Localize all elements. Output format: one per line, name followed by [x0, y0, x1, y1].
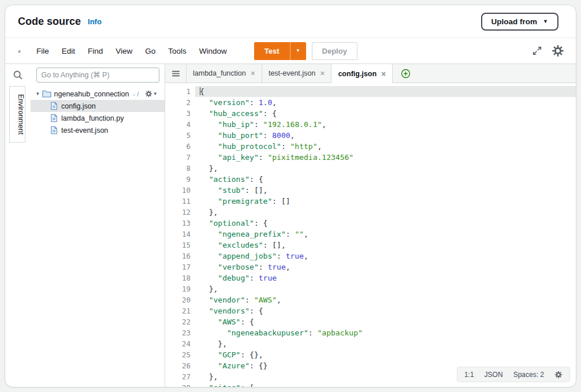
tree-file-lambda_function.py[interactable]: lambda_function.py [31, 112, 165, 124]
code-line[interactable]: 3 "hub_access": { [165, 108, 576, 119]
tree-folder-row[interactable]: ▾ ngeneahub_connection - / ▾ [31, 88, 165, 100]
menu-item-tools[interactable]: Tools [162, 43, 193, 59]
tab-list-icon[interactable] [165, 64, 187, 83]
close-icon[interactable]: × [381, 70, 386, 78]
search-icon[interactable] [13, 70, 23, 83]
code-line[interactable]: 24 }, [165, 338, 576, 349]
menu-item-window[interactable]: Window [193, 43, 233, 59]
environment-tab[interactable]: Environment [9, 86, 25, 143]
menubar-right-icons [532, 44, 564, 57]
language-mode[interactable]: JSON [485, 371, 503, 379]
code-line[interactable]: 15 "excludes": [], [165, 240, 576, 251]
code-text[interactable]: }, [195, 163, 576, 174]
code-line[interactable]: 6 "hub_protocol": "http", [165, 141, 576, 152]
code-text[interactable]: "premigrate": [] [195, 196, 576, 207]
test-button-label[interactable]: Test [254, 42, 290, 60]
tree-file-test-event.json[interactable]: test-event.json [31, 124, 165, 136]
code-text[interactable]: "version": 1.0, [195, 97, 576, 108]
code-line[interactable]: 5 "hub_port": 8000, [165, 130, 576, 141]
code-text[interactable]: }, [195, 338, 576, 349]
code-text[interactable]: "optional": { [195, 218, 576, 229]
code-line[interactable]: 14 "ngenea_prefix": "", [165, 229, 576, 240]
line-number: 18 [165, 272, 195, 283]
code-line[interactable]: 20 "vendor": "AWS", [165, 294, 576, 305]
code-line[interactable]: 22 "AWS": { [165, 316, 576, 327]
fullscreen-icon[interactable] [532, 46, 542, 56]
menu-item-view[interactable]: View [109, 43, 139, 59]
code-text[interactable]: "debug": true [195, 272, 576, 283]
code-text[interactable]: "actions": { [195, 174, 576, 185]
upload-from-button[interactable]: Upload from ▼ [481, 13, 558, 31]
code-text[interactable]: "hub_protocol": "http", [195, 141, 576, 152]
line-number: 22 [165, 316, 195, 327]
code-text[interactable]: "AWS": { [195, 316, 576, 327]
code-line[interactable]: 13 "optional": { [165, 218, 576, 229]
editor-statusbar: 1:1 JSON Spaces: 2 [457, 367, 570, 382]
tree-file-config.json[interactable]: config.json [31, 100, 165, 112]
settings-gear-icon[interactable] [552, 44, 564, 57]
code-line[interactable]: 17 "verbose": true, [165, 262, 576, 272]
code-line[interactable]: 1{ [165, 86, 576, 97]
editor-tab-config.json[interactable]: config.json× [332, 64, 393, 83]
code-line[interactable]: 23 "ngeneabackupuser": "apbackup" [165, 327, 576, 338]
code-line[interactable]: 2 "version": 1.0, [165, 97, 576, 108]
code-line[interactable]: 21 "vendors": { [165, 305, 576, 316]
goto-anything-input[interactable] [36, 68, 159, 83]
code-line[interactable]: 18 "debug": true [165, 272, 576, 283]
code-text[interactable]: "excludes": [], [195, 240, 576, 251]
new-tab-button[interactable] [401, 64, 411, 83]
deploy-button[interactable]: Deploy [312, 42, 357, 60]
code-text[interactable]: "hub_ip": "192.168.0.1", [195, 119, 576, 130]
editor-tab-test-event.json[interactable]: test-event.json× [262, 64, 332, 83]
code-line[interactable]: 9 "actions": { [165, 174, 576, 185]
code-text[interactable]: "vendors": { [195, 305, 576, 316]
info-link[interactable]: Info [88, 17, 102, 26]
chevron-down-icon: ▾ [36, 91, 39, 96]
code-text[interactable]: "hub_access": { [195, 108, 576, 119]
code-text[interactable]: "ngenea_prefix": "", [195, 229, 576, 240]
editor-settings-gear-icon[interactable] [554, 371, 563, 379]
code-text[interactable]: "vendor": "AWS", [195, 294, 576, 305]
folder-settings-button[interactable]: ▾ [145, 90, 157, 98]
code-text[interactable]: "GCP": {}, [195, 349, 576, 360]
panel-header: Code source Info Upload from ▼ [5, 5, 576, 38]
code-line[interactable]: 7 "api_key": "pixitmedia.123456" [165, 152, 576, 163]
code-text[interactable]: { [195, 86, 576, 97]
close-icon[interactable]: × [251, 69, 255, 77]
code-text[interactable]: "verbose": true, [195, 262, 576, 272]
code-editor[interactable]: 1{2 "version": 1.0,3 "hub_access": {4 "h… [165, 83, 576, 387]
code-text[interactable]: "append_jobs": true, [195, 251, 576, 262]
menu-item-file[interactable]: File [30, 43, 55, 59]
code-text[interactable]: }, [195, 207, 576, 218]
code-line[interactable]: 19 }, [165, 283, 576, 294]
collapse-pane-icon[interactable]: ▲ [17, 48, 22, 54]
close-icon[interactable]: × [320, 69, 325, 77]
code-text[interactable]: "api_key": "pixitmedia.123456" [195, 152, 576, 163]
cursor-position[interactable]: 1:1 [464, 371, 474, 379]
editor-tabbar: lambda_function×test-event.json×config.j… [165, 64, 576, 83]
code-line[interactable]: 16 "append_jobs": true, [165, 251, 576, 262]
code-line[interactable]: 8 }, [165, 163, 576, 174]
code-text[interactable]: "stub": [], [195, 185, 576, 196]
test-dropdown-button[interactable]: ▼ [290, 42, 306, 60]
menu-item-edit[interactable]: Edit [55, 43, 81, 59]
code-line[interactable]: 12 }, [165, 207, 576, 218]
file-icon [50, 126, 58, 135]
code-text[interactable]: "hub_port": 8000, [195, 130, 576, 141]
code-line[interactable]: 25 "GCP": {}, [165, 349, 576, 360]
code-line[interactable]: 11 "premigrate": [] [165, 196, 576, 207]
code-text[interactable]: "ngeneabackupuser": "apbackup" [195, 327, 576, 338]
tab-label: test-event.json [269, 69, 315, 77]
indentation-setting[interactable]: Spaces: 2 [513, 371, 544, 379]
code-text[interactable]: "sites": [ [195, 382, 576, 387]
editor-tab-lambda_function[interactable]: lambda_function× [187, 64, 262, 83]
menu-item-go[interactable]: Go [139, 43, 162, 59]
tab-label: config.json [338, 70, 377, 78]
code-text[interactable]: }, [195, 283, 576, 294]
editor-menubar: ▲ FileEditFindViewGoToolsWindow Test ▼ D… [5, 38, 576, 64]
code-line[interactable]: 10 "stub": [], [165, 185, 576, 196]
code-line[interactable]: 28 "sites": [ [165, 382, 576, 387]
code-line[interactable]: 4 "hub_ip": "192.168.0.1", [165, 119, 576, 130]
menu-item-find[interactable]: Find [81, 43, 109, 59]
test-button[interactable]: Test ▼ [254, 42, 306, 60]
